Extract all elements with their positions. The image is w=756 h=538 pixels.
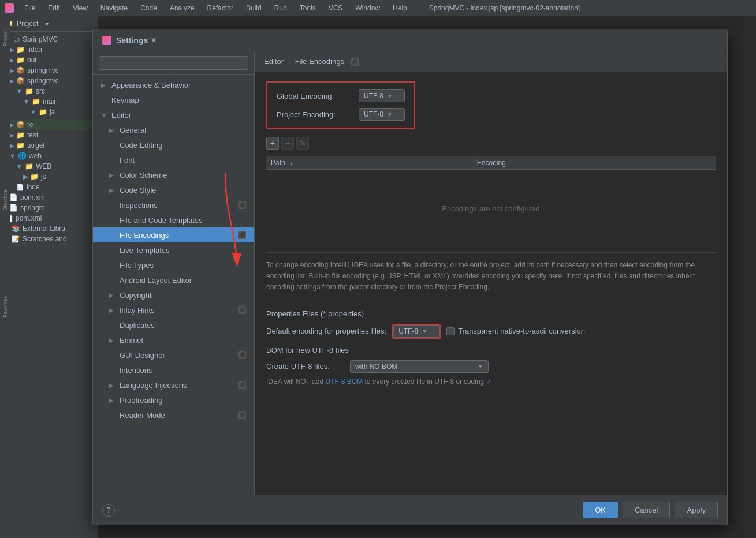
settings-content-panel: Editor › File Encodings ⬛ Global Encodin…	[255, 51, 727, 495]
bom-link[interactable]: UTF-8 BOM	[325, 378, 363, 386]
tree-scratches[interactable]: ▶ 📝 Scratches and	[0, 234, 98, 244]
tree-springmvc1[interactable]: ▶ 📦 springmvc	[0, 65, 98, 76]
tree-springmvc2[interactable]: ▶ 📦 springmvc	[0, 76, 98, 86]
nav-file-templates[interactable]: File and Code Templates	[93, 212, 254, 227]
nav-font[interactable]: Font	[93, 152, 254, 167]
tree-extlib[interactable]: ▶ 📚 External Libra	[0, 223, 98, 234]
gui-designer-badge: ⬛	[238, 351, 246, 359]
nav-code-editing[interactable]: Code Editing	[93, 137, 254, 152]
external-link-icon: ↗	[486, 379, 491, 385]
transparent-conversion-checkbox[interactable]	[446, 327, 455, 335]
nav-keymap[interactable]: Keymap	[93, 92, 254, 107]
nav-editor[interactable]: ▼ Editor	[93, 107, 254, 122]
nav-gui-designer[interactable]: GUI Designer ⬛	[93, 348, 254, 363]
tree-web[interactable]: ▼ 🌐 web	[0, 151, 98, 161]
menu-tools[interactable]: Tools	[297, 3, 318, 13]
nav-inspections[interactable]: Inspections ⬛	[93, 197, 254, 212]
encoding-description: To change encoding IntelliJ IDEA uses fo…	[266, 252, 716, 300]
nav-file-encodings[interactable]: File Encodings ⬛	[93, 227, 254, 242]
nav-duplicates[interactable]: Duplicates	[93, 317, 254, 332]
nav-proofreading[interactable]: ▶ Proofreading	[93, 393, 254, 408]
menu-edit[interactable]: Edit	[46, 3, 62, 13]
settings-search-input[interactable]	[99, 56, 248, 70]
create-utf8-dropdown[interactable]: with NO BOM ▼	[350, 360, 489, 373]
menu-analyze[interactable]: Analyze	[167, 3, 197, 13]
content-area: Global Encoding: UTF-8 ▼ Project Encodin…	[255, 72, 727, 495]
tree-out[interactable]: ▶ 📁 out	[0, 55, 98, 65]
encoding-table: Path ▲ Encoding Encodings are not config…	[266, 156, 716, 248]
menu-navigate[interactable]: Navigate	[98, 3, 130, 13]
nav-inlay-hints[interactable]: ▶ Inlay Hints ⬛	[93, 302, 254, 317]
nav-android-layout[interactable]: Android Layout Editor	[93, 272, 254, 287]
menu-refactor[interactable]: Refactor	[205, 3, 236, 13]
vtab-structure[interactable]: Structure	[1, 187, 9, 213]
tree-js[interactable]: ▶ 📁 js	[0, 171, 98, 182]
tree-idea[interactable]: ▶ 📁 .idea	[0, 44, 98, 55]
nav-emmet[interactable]: ▶ Emmet	[93, 332, 254, 348]
tree-target[interactable]: ▶ 📁 target	[0, 140, 98, 151]
tree-pomxml2[interactable]: 📄 pom.xml	[0, 213, 98, 223]
nav-intentions[interactable]: Intentions	[93, 363, 254, 378]
tree-ja[interactable]: ▼ 📁 ja	[0, 107, 98, 117]
nav-copyright[interactable]: ▶ Copyright	[93, 287, 254, 302]
tree-re[interactable]: ▶ 📦 re	[0, 119, 98, 130]
nav-code-style[interactable]: ▶ Code Style	[93, 182, 254, 197]
nav-color-scheme[interactable]: ▶ Color Scheme	[93, 167, 254, 182]
project-encoding-label: Project Encoding:	[277, 110, 352, 119]
path-column-header: Path ▲	[266, 156, 472, 170]
properties-encoding-dropdown[interactable]: UTF-8 ▼	[393, 325, 440, 338]
nav-live-templates[interactable]: Live Templates	[93, 242, 254, 257]
remove-encoding-button[interactable]: −	[281, 137, 294, 150]
global-encoding-dropdown[interactable]: UTF-8 ▼	[359, 89, 405, 102]
search-section	[93, 51, 254, 75]
ok-button[interactable]: OK	[583, 502, 618, 518]
tree-springmfile[interactable]: 📄 springm	[0, 203, 98, 213]
tree-inde[interactable]: 📄 inde	[0, 182, 98, 192]
breadcrumb-current: File Encodings	[295, 57, 344, 66]
create-utf8-value: with NO BOM	[355, 363, 397, 371]
tree-springmvc[interactable]: ▼ 🗂 SpringMVC	[0, 34, 98, 44]
project-encoding-dropdown[interactable]: UTF-8 ▼	[359, 108, 405, 121]
tree-pomxml1[interactable]: 📄 pom.xm	[0, 192, 98, 203]
close-button[interactable]: ×	[148, 35, 159, 46]
encoding-highlight-box: Global Encoding: UTF-8 ▼ Project Encodin…	[266, 81, 415, 129]
expand-icon: ▶	[109, 127, 116, 133]
tree-src[interactable]: ▼ 📁 src	[0, 86, 98, 96]
tree-web2[interactable]: ▼ 📁 WEB	[0, 161, 98, 171]
dialog-body: ▶ Appearance & Behavior Keymap ▼ Editor …	[93, 51, 727, 495]
vtab-favorites[interactable]: Favorites	[1, 294, 9, 320]
encoding-column-header: Encoding	[472, 156, 716, 170]
nav-appearance[interactable]: ▶ Appearance & Behavior	[93, 77, 254, 92]
nav-language-injections[interactable]: ▶ Language Injections ⬛	[93, 378, 254, 393]
cancel-button[interactable]: Cancel	[623, 502, 670, 518]
menu-run[interactable]: Run	[272, 3, 289, 13]
expand-icon: ▶	[109, 187, 116, 193]
menu-file[interactable]: File	[22, 3, 38, 13]
nav-general[interactable]: ▶ General	[93, 122, 254, 137]
nav-reader-mode[interactable]: Reader Mode ⬛	[93, 408, 254, 423]
dialog-titlebar: Settings ×	[93, 29, 727, 51]
bom-section: BOM for new UTF-8 files Create UTF-8 fil…	[266, 346, 716, 386]
expand-icon: ▶	[109, 292, 116, 298]
dialog-title: Settings	[116, 36, 148, 45]
menu-build[interactable]: Build	[244, 3, 264, 13]
menu-view[interactable]: View	[70, 3, 90, 13]
apply-button[interactable]: Apply	[675, 502, 718, 518]
properties-encoding-highlight: UTF-8 ▼	[392, 324, 441, 339]
edit-encoding-button[interactable]: ✎	[296, 137, 309, 150]
settings-dialog: Settings × ▶ Appearance & Behavior Keyma…	[92, 29, 728, 525]
tree-main[interactable]: ▼ 📁 main	[0, 96, 98, 107]
tree-test[interactable]: ▶ 📁 test	[0, 130, 98, 140]
settings-nav-list: ▶ Appearance & Behavior Keymap ▼ Editor …	[93, 75, 254, 495]
nav-file-types[interactable]: File Types	[93, 257, 254, 272]
menu-help[interactable]: Help	[390, 3, 409, 13]
vtab-project[interactable]: Project	[1, 28, 9, 48]
help-button[interactable]: ?	[102, 504, 115, 517]
add-encoding-button[interactable]: +	[266, 137, 279, 150]
menu-code[interactable]: Code	[138, 3, 159, 13]
create-utf8-label: Create UTF-8 files:	[266, 362, 344, 371]
menu-window[interactable]: Window	[353, 3, 382, 13]
properties-dropdown-arrow-icon: ▼	[422, 328, 427, 334]
menu-vcs[interactable]: VCS	[326, 3, 345, 13]
project-tree: ▼ 🗂 SpringMVC ▶ 📁 .idea ▶ 📁 out ▶ 📦 spri…	[0, 32, 98, 538]
